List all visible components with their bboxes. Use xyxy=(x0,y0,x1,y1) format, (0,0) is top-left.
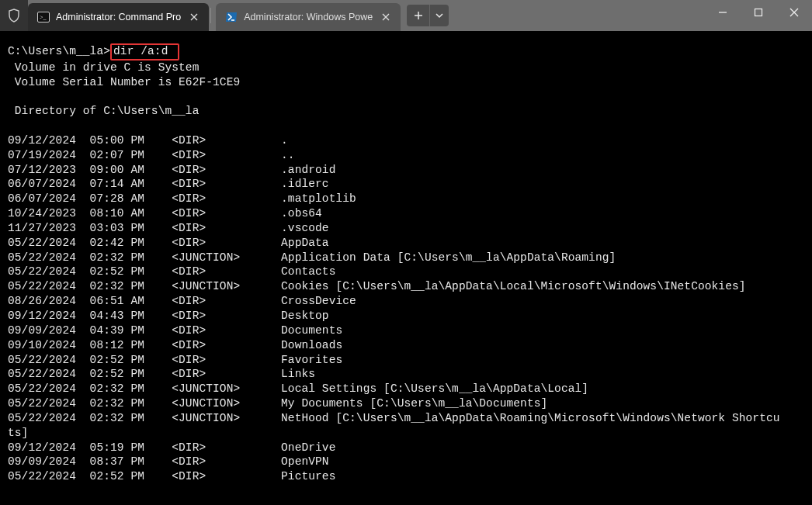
new-tab-button[interactable] xyxy=(407,5,430,26)
tab-label: Administrator: Windows Powe xyxy=(244,12,373,22)
tab-powershell[interactable]: Administrator: Windows Powe xyxy=(216,3,401,31)
powershell-icon xyxy=(225,11,238,23)
new-tab-group xyxy=(407,5,449,26)
tab-close-button[interactable] xyxy=(187,10,201,24)
tab-divider xyxy=(210,8,211,23)
prompt-path: C:\Users\m__la> xyxy=(8,45,110,57)
close-window-button[interactable] xyxy=(776,0,812,25)
window-controls xyxy=(705,0,812,31)
maximize-button[interactable] xyxy=(741,0,776,25)
tab-close-button[interactable] xyxy=(379,10,393,24)
new-tab-dropdown[interactable] xyxy=(430,5,449,26)
tab-command-prompt[interactable]: >_ Administrator: Command Pro xyxy=(28,3,209,31)
command-highlight: dir /a:d xyxy=(110,43,179,61)
titlebar: >_ Administrator: Command Pro Administra… xyxy=(0,0,812,31)
terminal-output[interactable]: C:\Users\m__la>dir /a:d Volume in drive … xyxy=(0,31,812,484)
tab-label: Administrator: Command Pro xyxy=(56,12,181,22)
svg-rect-2 xyxy=(755,9,762,16)
svg-text:>_: >_ xyxy=(40,14,47,21)
minimize-button[interactable] xyxy=(705,0,741,25)
cmd-icon: >_ xyxy=(37,11,50,23)
shield-icon xyxy=(0,0,28,31)
